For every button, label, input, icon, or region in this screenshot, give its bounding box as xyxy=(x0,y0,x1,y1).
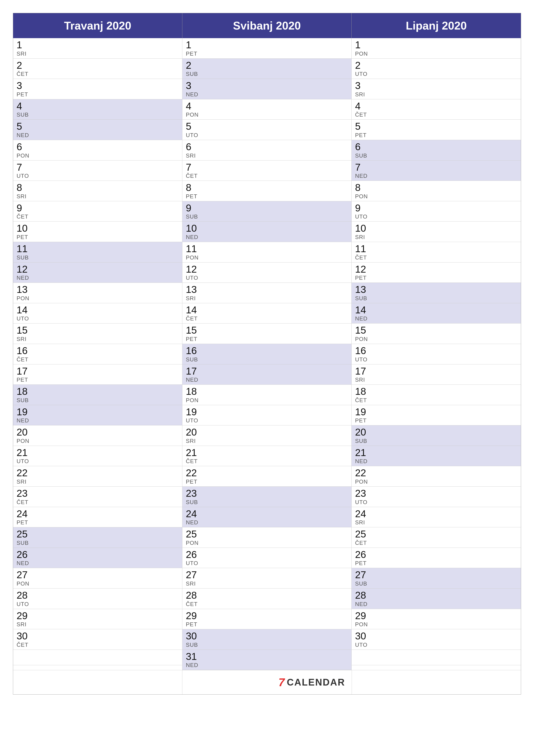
day-name: ČET xyxy=(186,315,348,322)
day-number: 10 xyxy=(16,223,179,234)
day-number: 15 xyxy=(186,325,348,336)
day-name: NED xyxy=(16,417,179,424)
day-row: 27SRI xyxy=(182,568,351,588)
day-row: 13SUB xyxy=(352,283,521,303)
day-row: 30UTO xyxy=(352,629,521,650)
day-number: 3 xyxy=(16,80,179,91)
day-name: ČET xyxy=(355,111,518,118)
day-row: 3PET xyxy=(13,79,182,99)
day-name: SRI xyxy=(16,336,179,342)
day-row: 11SUB xyxy=(13,242,182,262)
day-row: 12UTO xyxy=(182,262,351,283)
day-name: UTO xyxy=(186,560,348,567)
day-name: NED xyxy=(355,315,518,322)
day-number: 10 xyxy=(355,223,518,234)
day-number: 22 xyxy=(16,468,179,478)
day-row: 20SRI xyxy=(182,425,351,446)
day-name: ČET xyxy=(355,397,518,404)
month-col-2: 1PON2UTO3SRI4ČET5PET6SUB7NED8PON9UTO10SR… xyxy=(352,38,521,670)
day-name: PON xyxy=(355,621,518,628)
month-header-1: Svibanj 2020 xyxy=(182,13,352,38)
day-row: 20PON xyxy=(13,425,182,446)
day-name: SRI xyxy=(186,152,348,159)
day-name: NED xyxy=(16,560,179,567)
day-row: 28ČET xyxy=(182,588,351,609)
day-name: PON xyxy=(186,254,348,261)
day-name: SRI xyxy=(16,193,179,200)
day-name: PON xyxy=(186,397,348,404)
day-name: PON xyxy=(355,478,518,485)
day-row: 12PET xyxy=(352,262,521,283)
day-row: 5UTO xyxy=(182,120,351,140)
day-number: 8 xyxy=(355,182,518,193)
day-row: 11ČET xyxy=(352,242,521,262)
day-row: 4ČET xyxy=(352,99,521,120)
footer-empty-left xyxy=(13,670,182,694)
day-number: 22 xyxy=(355,468,518,478)
day-number: 11 xyxy=(16,243,179,254)
day-number: 7 xyxy=(355,162,518,173)
day-name: SUB xyxy=(16,397,179,404)
day-name: PON xyxy=(16,580,179,587)
day-row: 2UTO xyxy=(352,59,521,79)
day-row: 18SUB xyxy=(13,385,182,405)
day-number: 27 xyxy=(16,569,179,580)
day-row: 30ČET xyxy=(13,629,182,650)
day-number: 11 xyxy=(186,243,348,254)
day-row: 8PET xyxy=(182,181,351,201)
day-name: PON xyxy=(186,111,348,118)
day-number: 19 xyxy=(16,406,179,418)
day-row: 9ČET xyxy=(13,201,182,222)
day-name: UTO xyxy=(16,601,179,608)
day-row: 29SRI xyxy=(13,609,182,630)
day-row: 14NED xyxy=(352,303,521,324)
day-number: 8 xyxy=(186,182,348,193)
day-row: 19UTO xyxy=(182,405,351,426)
day-name: SUB xyxy=(355,438,518,445)
day-number: 2 xyxy=(355,60,518,71)
day-name: PET xyxy=(186,193,348,200)
day-name: SUB xyxy=(355,580,518,587)
day-number: 5 xyxy=(186,121,348,132)
days-grid: 1SRI2ČET3PET4SUB5NED6PON7UTO8SRI9ČET10PE… xyxy=(13,38,521,670)
day-name: UTO xyxy=(355,641,518,648)
day-number: 26 xyxy=(355,549,518,560)
day-number: 7 xyxy=(186,162,348,173)
day-name: UTO xyxy=(186,275,348,281)
day-row: 1SRI xyxy=(13,38,182,59)
day-name: NED xyxy=(16,132,179,139)
day-name: SRI xyxy=(16,50,179,57)
day-name: ČET xyxy=(16,499,179,505)
day-row: 26NED xyxy=(13,548,182,568)
day-name: ČET xyxy=(16,71,179,77)
day-row: 3NED xyxy=(182,79,351,99)
day-number: 27 xyxy=(355,569,518,580)
day-name: SRI xyxy=(16,621,179,628)
day-number: 20 xyxy=(186,427,348,438)
day-row: 7ČET xyxy=(182,161,351,181)
day-row: 18ČET xyxy=(352,385,521,405)
day-number: 2 xyxy=(186,60,348,71)
month-header-2: Lipanj 2020 xyxy=(352,13,521,38)
day-name: UTO xyxy=(186,132,348,139)
day-number: 27 xyxy=(186,569,348,580)
day-row: 4SUB xyxy=(13,99,182,120)
day-number: 25 xyxy=(355,528,518,540)
day-row: 3SRI xyxy=(352,79,521,99)
day-number: 9 xyxy=(355,202,518,214)
day-row: 29PET xyxy=(182,609,351,630)
footer-logo: 7 CALENDAR xyxy=(182,670,352,694)
empty-day-row xyxy=(352,650,521,665)
day-name: UTO xyxy=(16,173,179,179)
day-number: 11 xyxy=(355,243,518,254)
day-row: 24SRI xyxy=(352,507,521,527)
day-name: PON xyxy=(16,438,179,445)
day-name: PET xyxy=(16,376,179,383)
day-name: SRI xyxy=(186,580,348,587)
day-number: 14 xyxy=(186,305,348,315)
day-number: 18 xyxy=(186,386,348,397)
day-number: 6 xyxy=(186,141,348,152)
day-number: 28 xyxy=(186,590,348,601)
day-name: NED xyxy=(186,234,348,240)
day-number: 30 xyxy=(16,631,179,641)
